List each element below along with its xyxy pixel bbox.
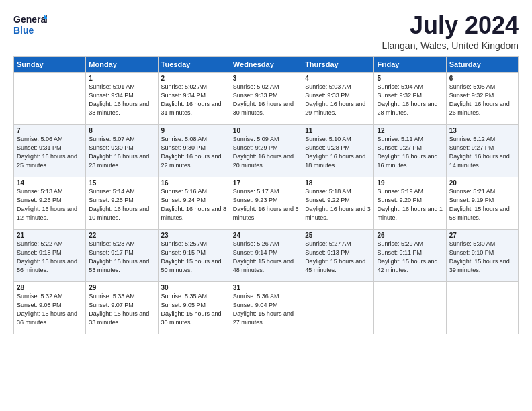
day-number: 10 (233, 127, 299, 134)
day-cell: 15Sunrise: 5:14 AMSunset: 9:25 PMDayligh… (86, 177, 158, 229)
day-cell: 1Sunrise: 5:01 AMSunset: 9:34 PMDaylight… (86, 72, 158, 124)
day-info: Sunrise: 5:07 AMSunset: 9:30 PMDaylight:… (89, 135, 154, 170)
day-info: Sunrise: 5:17 AMSunset: 9:23 PMDaylight:… (233, 187, 299, 222)
day-info: Sunrise: 5:26 AMSunset: 9:14 PMDaylight:… (233, 240, 299, 275)
subtitle: Llangan, Wales, United Kingdom (382, 40, 519, 51)
day-cell: 7Sunrise: 5:06 AMSunset: 9:31 PMDaylight… (14, 124, 86, 177)
day-info: Sunrise: 5:13 AMSunset: 9:26 PMDaylight:… (17, 187, 83, 222)
day-info: Sunrise: 5:04 AMSunset: 9:32 PMDaylight:… (377, 83, 443, 118)
week-row-5: 28Sunrise: 5:32 AMSunset: 9:08 PMDayligh… (14, 281, 519, 334)
day-info: Sunrise: 5:10 AMSunset: 9:28 PMDaylight:… (305, 135, 371, 170)
col-tuesday: Tuesday (158, 56, 230, 72)
day-cell: 2Sunrise: 5:02 AMSunset: 9:34 PMDaylight… (158, 72, 230, 124)
day-info: Sunrise: 5:25 AMSunset: 9:15 PMDaylight:… (161, 240, 227, 275)
day-info: Sunrise: 5:36 AMSunset: 9:04 PMDaylight:… (233, 292, 299, 327)
calendar-table: Sunday Monday Tuesday Wednesday Thursday… (13, 56, 519, 334)
main-title: July 2024 (382, 12, 519, 39)
day-number: 1 (89, 75, 154, 82)
day-number: 7 (17, 127, 83, 134)
day-cell: 5Sunrise: 5:04 AMSunset: 9:32 PMDaylight… (374, 72, 446, 124)
title-block: July 2024 Llangan, Wales, United Kingdom (382, 12, 519, 51)
day-cell (446, 281, 518, 334)
col-friday: Friday (374, 56, 446, 72)
day-number: 16 (161, 179, 227, 187)
day-number: 9 (161, 127, 227, 134)
day-number: 3 (233, 75, 299, 82)
day-number: 4 (305, 75, 371, 82)
day-cell: 30Sunrise: 5:35 AMSunset: 9:05 PMDayligh… (158, 281, 230, 334)
day-info: Sunrise: 5:02 AMSunset: 9:34 PMDaylight:… (161, 83, 227, 118)
day-number: 5 (377, 75, 443, 82)
day-info: Sunrise: 5:19 AMSunset: 9:20 PMDaylight:… (377, 187, 443, 222)
day-number: 18 (305, 179, 371, 187)
day-cell: 20Sunrise: 5:21 AMSunset: 9:19 PMDayligh… (446, 177, 518, 229)
day-number: 27 (449, 232, 515, 239)
day-number: 2 (161, 75, 227, 82)
day-number: 8 (89, 127, 154, 134)
day-info: Sunrise: 5:08 AMSunset: 9:30 PMDaylight:… (161, 135, 227, 170)
header: General Blue July 2024 Llangan, Wales, U… (13, 12, 519, 51)
day-info: Sunrise: 5:33 AMSunset: 9:07 PMDaylight:… (89, 292, 154, 327)
day-number: 12 (377, 127, 443, 134)
day-cell: 3Sunrise: 5:02 AMSunset: 9:33 PMDaylight… (230, 72, 302, 124)
header-row: Sunday Monday Tuesday Wednesday Thursday… (14, 56, 519, 72)
day-cell: 4Sunrise: 5:03 AMSunset: 9:33 PMDaylight… (302, 72, 374, 124)
col-sunday: Sunday (14, 56, 86, 72)
day-number: 22 (89, 232, 154, 239)
day-cell: 31Sunrise: 5:36 AMSunset: 9:04 PMDayligh… (230, 281, 302, 334)
day-number: 20 (449, 179, 515, 187)
day-info: Sunrise: 5:30 AMSunset: 9:10 PMDaylight:… (449, 240, 515, 275)
day-info: Sunrise: 5:32 AMSunset: 9:08 PMDaylight:… (17, 292, 83, 327)
day-info: Sunrise: 5:12 AMSunset: 9:27 PMDaylight:… (449, 135, 515, 170)
day-cell: 10Sunrise: 5:09 AMSunset: 9:29 PMDayligh… (230, 124, 302, 177)
day-number: 21 (17, 232, 83, 239)
day-number: 14 (17, 179, 83, 187)
day-cell: 9Sunrise: 5:08 AMSunset: 9:30 PMDaylight… (158, 124, 230, 177)
week-row-4: 21Sunrise: 5:22 AMSunset: 9:18 PMDayligh… (14, 229, 519, 281)
day-number: 25 (305, 232, 371, 239)
day-info: Sunrise: 5:22 AMSunset: 9:18 PMDaylight:… (17, 240, 83, 275)
col-wednesday: Wednesday (230, 56, 302, 72)
day-info: Sunrise: 5:35 AMSunset: 9:05 PMDaylight:… (161, 292, 227, 327)
day-info: Sunrise: 5:21 AMSunset: 9:19 PMDaylight:… (449, 187, 515, 222)
calendar-body: 1Sunrise: 5:01 AMSunset: 9:34 PMDaylight… (14, 72, 519, 334)
day-number: 17 (233, 179, 299, 187)
day-number: 28 (17, 284, 83, 291)
day-cell: 22Sunrise: 5:23 AMSunset: 9:17 PMDayligh… (86, 229, 158, 281)
day-cell: 23Sunrise: 5:25 AMSunset: 9:15 PMDayligh… (158, 229, 230, 281)
day-info: Sunrise: 5:16 AMSunset: 9:24 PMDaylight:… (161, 187, 227, 222)
week-row-3: 14Sunrise: 5:13 AMSunset: 9:26 PMDayligh… (14, 177, 519, 229)
day-cell: 13Sunrise: 5:12 AMSunset: 9:27 PMDayligh… (446, 124, 518, 177)
day-info: Sunrise: 5:03 AMSunset: 9:33 PMDaylight:… (305, 83, 371, 118)
day-cell: 25Sunrise: 5:27 AMSunset: 9:13 PMDayligh… (302, 229, 374, 281)
day-info: Sunrise: 5:14 AMSunset: 9:25 PMDaylight:… (89, 187, 154, 222)
day-cell: 19Sunrise: 5:19 AMSunset: 9:20 PMDayligh… (374, 177, 446, 229)
day-cell (374, 281, 446, 334)
day-cell (14, 72, 86, 124)
day-number: 11 (305, 127, 371, 134)
day-info: Sunrise: 5:27 AMSunset: 9:13 PMDaylight:… (305, 240, 371, 275)
day-cell: 14Sunrise: 5:13 AMSunset: 9:26 PMDayligh… (14, 177, 86, 229)
logo-svg: General Blue (13, 12, 47, 38)
day-number: 31 (233, 284, 299, 291)
day-info: Sunrise: 5:29 AMSunset: 9:11 PMDaylight:… (377, 240, 443, 275)
day-cell: 26Sunrise: 5:29 AMSunset: 9:11 PMDayligh… (374, 229, 446, 281)
day-cell: 18Sunrise: 5:18 AMSunset: 9:22 PMDayligh… (302, 177, 374, 229)
day-number: 26 (377, 232, 443, 239)
day-number: 6 (449, 75, 515, 82)
col-saturday: Saturday (446, 56, 518, 72)
day-cell: 21Sunrise: 5:22 AMSunset: 9:18 PMDayligh… (14, 229, 86, 281)
col-thursday: Thursday (302, 56, 374, 72)
day-number: 15 (89, 179, 154, 187)
day-cell: 24Sunrise: 5:26 AMSunset: 9:14 PMDayligh… (230, 229, 302, 281)
day-number: 13 (449, 127, 515, 134)
page: General Blue July 2024 Llangan, Wales, U… (0, 0, 532, 411)
day-number: 19 (377, 179, 443, 187)
day-cell: 27Sunrise: 5:30 AMSunset: 9:10 PMDayligh… (446, 229, 518, 281)
day-cell: 6Sunrise: 5:05 AMSunset: 9:32 PMDaylight… (446, 72, 518, 124)
svg-text:General: General (13, 14, 47, 25)
day-cell: 28Sunrise: 5:32 AMSunset: 9:08 PMDayligh… (14, 281, 86, 334)
day-info: Sunrise: 5:01 AMSunset: 9:34 PMDaylight:… (89, 83, 154, 118)
day-info: Sunrise: 5:18 AMSunset: 9:22 PMDaylight:… (305, 187, 371, 222)
week-row-2: 7Sunrise: 5:06 AMSunset: 9:31 PMDaylight… (14, 124, 519, 177)
